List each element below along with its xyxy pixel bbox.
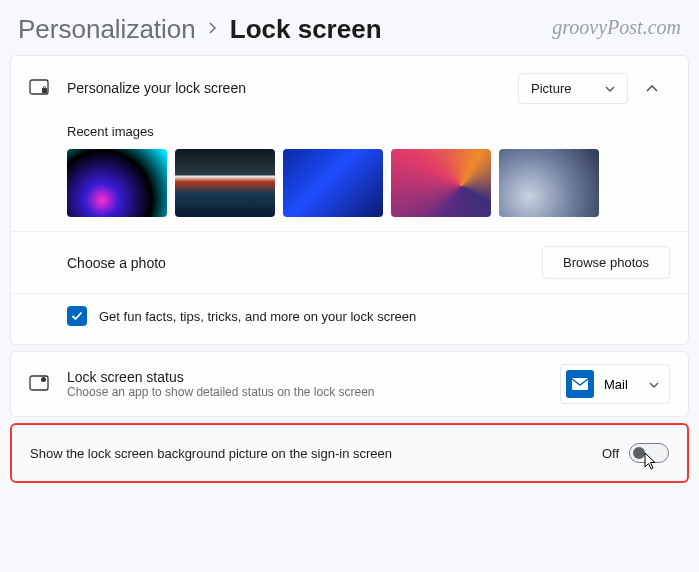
recent-image-thumbnail[interactable] [175, 149, 275, 217]
personalize-header-row[interactable]: Personalize your lock screen Picture [11, 56, 688, 120]
status-app-value: Mail [604, 377, 628, 392]
svg-rect-5 [572, 378, 588, 390]
recent-image-thumbnail[interactable] [391, 149, 491, 217]
chevron-up-icon [645, 84, 659, 93]
recent-images-label: Recent images [11, 120, 688, 149]
watermark: groovyPost.com [552, 16, 681, 39]
fun-facts-label: Get fun facts, tips, tricks, and more on… [99, 309, 416, 324]
personalize-title: Personalize your lock screen [67, 80, 246, 96]
choose-photo-row: Choose a photo Browse photos [11, 232, 688, 293]
signin-bg-label: Show the lock screen background picture … [30, 446, 392, 461]
dropdown-value: Picture [531, 81, 571, 96]
status-icon [29, 374, 49, 394]
lock-screen-status-card[interactable]: Lock screen status Choose an app to show… [10, 351, 689, 417]
chevron-down-icon [605, 81, 615, 96]
breadcrumb-parent[interactable]: Personalization [18, 14, 196, 45]
status-subtitle: Choose an app to show detailed status on… [67, 385, 560, 399]
svg-point-4 [41, 377, 46, 382]
personalize-card: Personalize your lock screen Picture Rec… [10, 55, 689, 345]
browse-photos-button[interactable]: Browse photos [542, 246, 670, 279]
fun-facts-checkbox[interactable] [67, 306, 87, 326]
recent-image-thumbnail[interactable] [283, 149, 383, 217]
check-icon [71, 311, 83, 321]
recent-images-row [11, 149, 688, 231]
recent-image-thumbnail[interactable] [499, 149, 599, 217]
toggle-state-label: Off [602, 446, 619, 461]
recent-image-thumbnail[interactable] [67, 149, 167, 217]
choose-photo-label: Choose a photo [67, 255, 166, 271]
status-title: Lock screen status [67, 369, 560, 385]
collapse-button[interactable] [634, 70, 670, 106]
background-type-dropdown[interactable]: Picture [518, 73, 628, 104]
chevron-down-icon [649, 377, 659, 392]
cursor-icon [643, 451, 659, 475]
svg-rect-2 [44, 87, 46, 89]
page-title: Lock screen [230, 14, 382, 45]
status-app-dropdown[interactable]: Mail [560, 364, 670, 404]
fun-facts-row: Get fun facts, tips, tricks, and more on… [11, 294, 688, 344]
mail-icon [566, 370, 594, 398]
signin-bg-row[interactable]: Show the lock screen background picture … [10, 423, 689, 483]
lock-screen-icon [29, 78, 49, 98]
chevron-right-icon [208, 21, 218, 39]
